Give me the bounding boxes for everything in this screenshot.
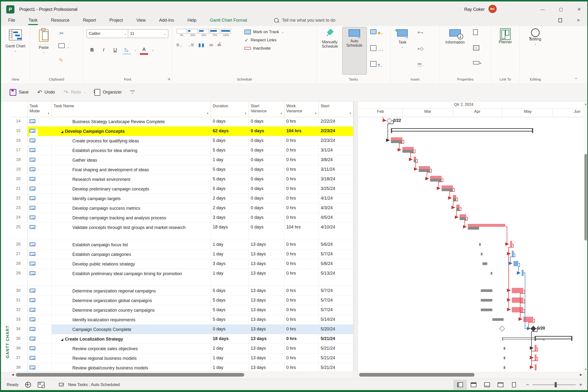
- start-cell[interactable]: 2/22/24: [319, 117, 353, 126]
- work-variance-cell[interactable]: 0 hrs: [284, 136, 319, 146]
- table-row[interactable]: 21→Develop preliminary campaign concepts…: [10, 184, 353, 194]
- start-variance-cell[interactable]: 0 days: [249, 146, 284, 155]
- copy-button[interactable]: ⌄: [58, 43, 69, 49]
- start-variance-cell[interactable]: 0 days: [249, 165, 284, 174]
- duration-cell[interactable]: 5 days: [211, 184, 249, 194]
- insert-summary-button[interactable]: +¬: [417, 30, 423, 35]
- task-mode-cell[interactable]: →: [28, 165, 52, 174]
- table-row[interactable]: 36→Review corporate sales objectives1 da…: [10, 344, 353, 354]
- start-variance-cell[interactable]: 0 days: [249, 213, 284, 223]
- start-variance-cell[interactable]: 0 days: [249, 126, 284, 136]
- task-mode-cell[interactable]: →: [28, 344, 52, 354]
- duration-cell[interactable]: 5 days: [211, 315, 249, 325]
- task-name-cell[interactable]: Establish process for idea sharing: [52, 146, 211, 155]
- table-row[interactable]: 28→Develop public relations strategy3 da…: [10, 259, 353, 269]
- tab-task[interactable]: Task: [28, 18, 38, 23]
- background-color-dropdown[interactable]: ⌄: [134, 48, 136, 52]
- task-bar-critical[interactable]: [442, 186, 453, 188]
- duration-cell[interactable]: 1 day: [211, 269, 249, 286]
- column-header-mode[interactable]: TaskMode▼: [28, 102, 52, 117]
- duration-cell[interactable]: 1 day: [211, 250, 249, 259]
- start-cell[interactable]: 4/5/24: [319, 213, 353, 223]
- scroll-up-arrow[interactable]: ▲: [584, 102, 588, 105]
- task-name-cell[interactable]: Review corporate sales objectives: [52, 344, 211, 354]
- organizer-button[interactable]: Organizer: [94, 89, 122, 96]
- table-row[interactable]: 15→◢Develop Campaign Concepts62 days0 da…: [10, 126, 353, 136]
- column-header-sv[interactable]: StartVariance▼: [249, 102, 284, 117]
- work-variance-cell[interactable]: 0 hrs: [284, 325, 319, 334]
- start-cell[interactable]: 5/7/24: [319, 296, 353, 306]
- task-bar-critical[interactable]: [535, 345, 537, 351]
- milestone-diamond[interactable]: [386, 118, 392, 124]
- table-row[interactable]: 30→Determine organization regional campa…: [10, 286, 353, 296]
- duration-cell[interactable]: 1 day: [211, 155, 249, 165]
- tab-resource[interactable]: Resource: [50, 18, 70, 23]
- column-header-wv[interactable]: WorkVariance▼: [284, 102, 319, 117]
- task-bar-critical[interactable]: [419, 166, 430, 169]
- start-cell[interactable]: 5/7/24: [319, 250, 353, 259]
- table-chart-splitter[interactable]: [353, 102, 359, 372]
- start-cell[interactable]: 2/23/24: [319, 126, 353, 136]
- start-cell[interactable]: 3/1/24: [319, 146, 353, 155]
- duration-cell[interactable]: 5 days: [211, 165, 249, 174]
- work-variance-cell[interactable]: 0 hrs: [284, 259, 319, 269]
- start-cell[interactable]: 5/20/24: [319, 325, 353, 334]
- task-bar-noncritical[interactable]: [522, 270, 524, 276]
- task-mode-cell[interactable]: →: [28, 126, 52, 136]
- start-variance-cell[interactable]: 0 days: [249, 155, 284, 165]
- start-cell[interactable]: 5/21/24: [319, 363, 353, 372]
- table-row[interactable]: 38→Review global/country business models…: [10, 363, 353, 372]
- italic-button[interactable]: I: [99, 46, 108, 54]
- column-header-dur[interactable]: Duration▼: [211, 102, 249, 117]
- zoom-in-button[interactable]: +: [579, 382, 582, 388]
- tab-gantt-chart-format[interactable]: Gantt Chart Format: [209, 18, 248, 23]
- duration-cell[interactable]: 1 day: [211, 354, 249, 363]
- insert-deliverable-button[interactable]: ⬒⌄: [417, 62, 424, 67]
- task-name-cell[interactable]: Establish preliminary ideal campaign tim…: [52, 269, 211, 286]
- task-bar-critical[interactable]: [391, 137, 402, 140]
- work-variance-cell[interactable]: 0 hrs: [284, 204, 319, 213]
- work-variance-cell[interactable]: 0 hrs: [284, 363, 319, 372]
- table-row[interactable]: 29→Establish preliminary ideal campaign …: [10, 269, 353, 286]
- zoom-out-button[interactable]: −: [526, 382, 529, 388]
- font-color-dropdown[interactable]: ⌄: [151, 48, 154, 52]
- start-cell[interactable]: 5/13/24: [319, 269, 353, 286]
- work-variance-cell[interactable]: 0 hrs: [284, 286, 319, 296]
- outdent-task-button[interactable]: ≡←: [176, 42, 183, 48]
- start-cell[interactable]: 5/6/24: [319, 240, 353, 250]
- manually-schedule-button[interactable]: Manually Schedule: [318, 28, 341, 48]
- add-to-timeline-button[interactable]: +: [473, 61, 482, 66]
- percent-50-button[interactable]: 50%: [198, 29, 209, 36]
- tab-help[interactable]: Help: [186, 18, 197, 23]
- summary-bar[interactable]: [391, 128, 533, 132]
- work-variance-cell[interactable]: 0 hrs: [284, 146, 319, 155]
- table-row[interactable]: 22→Identify campaign targets2 days0 days…: [10, 194, 353, 204]
- chart-hscroll-right-arrow[interactable]: ▶: [580, 373, 582, 376]
- task-mode-cell[interactable]: →: [28, 296, 52, 306]
- task-bar-critical[interactable]: [535, 354, 537, 361]
- task-mode-cell[interactable]: →: [28, 334, 52, 344]
- zoom-slider[interactable]: [533, 384, 576, 385]
- font-name-select[interactable]: Calibri⌄: [86, 29, 129, 38]
- task-bar-critical[interactable]: [512, 288, 523, 293]
- mark-on-track-button[interactable]: Mark on Track⌄: [244, 28, 284, 36]
- redo-button[interactable]: ↷ Redo ⌄: [63, 89, 86, 96]
- task-name-cell[interactable]: Review global/country business models: [52, 363, 211, 372]
- start-variance-cell[interactable]: 0 days: [249, 117, 284, 126]
- work-variance-cell[interactable]: 0 hrs: [284, 174, 319, 184]
- column-header-id[interactable]: [10, 102, 28, 117]
- history-button[interactable]: [38, 382, 44, 388]
- percent-0-button[interactable]: 0%: [176, 29, 187, 36]
- cut-button[interactable]: ✂: [59, 30, 64, 36]
- bold-button[interactable]: B: [88, 46, 96, 54]
- insert-milestone-button[interactable]: +◇: [417, 46, 424, 52]
- task-bar-noncritical[interactable]: [514, 261, 518, 266]
- task-mode-cell[interactable]: →: [28, 306, 52, 315]
- minimize-button[interactable]: —: [537, 6, 548, 13]
- duration-cell[interactable]: 18 days: [211, 334, 249, 344]
- background-color-button[interactable]: ◺: [123, 45, 131, 54]
- start-cell[interactable]: 5/14/24: [319, 315, 353, 325]
- task-bar-critical[interactable]: [453, 195, 456, 198]
- start-cell[interactable]: 4/10/24: [319, 223, 353, 240]
- task-name-cell[interactable]: Review regional business models: [52, 354, 211, 363]
